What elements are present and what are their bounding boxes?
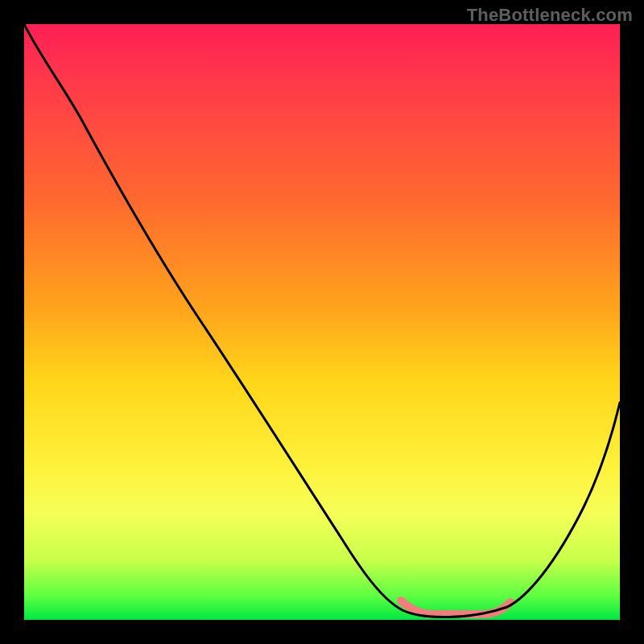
watermark-text: TheBottleneck.com xyxy=(467,5,633,26)
plot-area xyxy=(24,24,620,620)
chart-overlay xyxy=(24,24,620,620)
bottleneck-curve xyxy=(24,24,620,617)
chart-frame: TheBottleneck.com xyxy=(0,0,644,644)
